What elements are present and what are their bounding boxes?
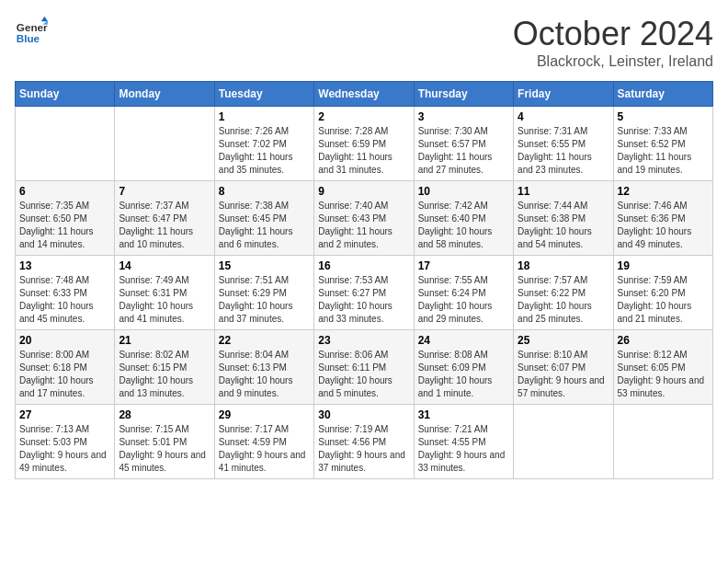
calendar-week-2: 6Sunrise: 7:35 AM Sunset: 6:50 PM Daylig… <box>16 181 713 256</box>
day-number: 27 <box>19 408 110 421</box>
calendar-cell: 12Sunrise: 7:46 AM Sunset: 6:36 PM Dayli… <box>613 181 712 256</box>
day-info: Sunrise: 7:48 AM Sunset: 6:33 PM Dayligh… <box>19 274 110 326</box>
day-number: 18 <box>518 259 609 272</box>
month-title: October 2024 <box>513 15 713 53</box>
weekday-header-saturday: Saturday <box>613 82 712 107</box>
calendar-cell: 27Sunrise: 7:13 AM Sunset: 5:03 PM Dayli… <box>16 405 115 479</box>
calendar-cell: 19Sunrise: 7:59 AM Sunset: 6:20 PM Dayli… <box>613 256 712 330</box>
calendar-cell: 7Sunrise: 7:37 AM Sunset: 6:47 PM Daylig… <box>115 181 214 256</box>
calendar-cell <box>16 107 115 181</box>
calendar-cell: 28Sunrise: 7:15 AM Sunset: 5:01 PM Dayli… <box>115 405 214 479</box>
day-number: 28 <box>119 408 210 421</box>
day-info: Sunrise: 7:57 AM Sunset: 6:22 PM Dayligh… <box>518 274 609 326</box>
day-number: 16 <box>318 259 409 272</box>
logo: General Blue <box>15 15 51 48</box>
calendar-cell <box>613 405 712 479</box>
location-subtitle: Blackrock, Leinster, Ireland <box>513 53 713 70</box>
calendar-cell: 30Sunrise: 7:19 AM Sunset: 4:56 PM Dayli… <box>314 405 414 479</box>
day-number: 9 <box>318 185 409 198</box>
day-number: 5 <box>618 110 709 123</box>
weekday-header-wednesday: Wednesday <box>314 82 414 107</box>
day-info: Sunrise: 7:46 AM Sunset: 6:36 PM Dayligh… <box>618 200 709 251</box>
day-number: 12 <box>618 185 709 198</box>
day-info: Sunrise: 8:12 AM Sunset: 6:05 PM Dayligh… <box>618 349 709 400</box>
calendar-cell: 5Sunrise: 7:33 AM Sunset: 6:52 PM Daylig… <box>613 107 712 181</box>
day-info: Sunrise: 7:28 AM Sunset: 6:59 PM Dayligh… <box>318 125 409 177</box>
calendar-cell: 17Sunrise: 7:55 AM Sunset: 6:24 PM Dayli… <box>414 256 513 330</box>
calendar-cell: 31Sunrise: 7:21 AM Sunset: 4:55 PM Dayli… <box>414 405 513 479</box>
day-number: 17 <box>418 259 509 272</box>
day-number: 8 <box>219 185 310 198</box>
calendar-cell: 8Sunrise: 7:38 AM Sunset: 6:45 PM Daylig… <box>214 181 313 256</box>
calendar-cell: 22Sunrise: 8:04 AM Sunset: 6:13 PM Dayli… <box>214 330 313 405</box>
calendar-cell: 9Sunrise: 7:40 AM Sunset: 6:43 PM Daylig… <box>314 181 414 256</box>
calendar-cell: 11Sunrise: 7:44 AM Sunset: 6:38 PM Dayli… <box>514 181 613 256</box>
weekday-header-row: SundayMondayTuesdayWednesdayThursdayFrid… <box>16 82 713 107</box>
svg-text:Blue: Blue <box>17 32 40 44</box>
day-info: Sunrise: 8:08 AM Sunset: 6:09 PM Dayligh… <box>418 349 509 400</box>
day-number: 4 <box>518 110 609 123</box>
day-info: Sunrise: 7:19 AM Sunset: 4:56 PM Dayligh… <box>318 423 409 475</box>
day-info: Sunrise: 8:10 AM Sunset: 6:07 PM Dayligh… <box>518 349 609 400</box>
day-info: Sunrise: 7:55 AM Sunset: 6:24 PM Dayligh… <box>418 274 509 326</box>
calendar-table: SundayMondayTuesdayWednesdayThursdayFrid… <box>15 81 713 479</box>
day-info: Sunrise: 7:51 AM Sunset: 6:29 PM Dayligh… <box>219 274 310 326</box>
calendar-cell: 2Sunrise: 7:28 AM Sunset: 6:59 PM Daylig… <box>314 107 414 181</box>
day-number: 31 <box>418 408 509 421</box>
day-number: 7 <box>119 185 210 198</box>
calendar-body: 1Sunrise: 7:26 AM Sunset: 7:02 PM Daylig… <box>16 107 713 479</box>
day-info: Sunrise: 7:59 AM Sunset: 6:20 PM Dayligh… <box>618 274 709 326</box>
day-info: Sunrise: 7:30 AM Sunset: 6:57 PM Dayligh… <box>418 125 509 177</box>
day-number: 30 <box>318 408 409 421</box>
day-number: 11 <box>518 185 609 198</box>
calendar-week-4: 20Sunrise: 8:00 AM Sunset: 6:18 PM Dayli… <box>16 330 713 405</box>
day-info: Sunrise: 7:33 AM Sunset: 6:52 PM Dayligh… <box>618 125 709 177</box>
calendar-cell: 3Sunrise: 7:30 AM Sunset: 6:57 PM Daylig… <box>414 107 513 181</box>
day-info: Sunrise: 7:31 AM Sunset: 6:55 PM Dayligh… <box>518 125 609 177</box>
logo-icon: General Blue <box>15 15 48 48</box>
day-info: Sunrise: 7:13 AM Sunset: 5:03 PM Dayligh… <box>19 423 110 475</box>
calendar-week-5: 27Sunrise: 7:13 AM Sunset: 5:03 PM Dayli… <box>16 405 713 479</box>
day-number: 23 <box>318 334 409 347</box>
calendar-cell: 21Sunrise: 8:02 AM Sunset: 6:15 PM Dayli… <box>115 330 214 405</box>
day-info: Sunrise: 8:02 AM Sunset: 6:15 PM Dayligh… <box>119 349 210 400</box>
day-number: 24 <box>418 334 509 347</box>
day-info: Sunrise: 7:42 AM Sunset: 6:40 PM Dayligh… <box>418 200 509 251</box>
day-info: Sunrise: 7:38 AM Sunset: 6:45 PM Dayligh… <box>219 200 310 251</box>
day-number: 2 <box>318 110 409 123</box>
day-info: Sunrise: 7:15 AM Sunset: 5:01 PM Dayligh… <box>119 423 210 475</box>
day-info: Sunrise: 7:21 AM Sunset: 4:55 PM Dayligh… <box>418 423 509 475</box>
day-info: Sunrise: 7:35 AM Sunset: 6:50 PM Dayligh… <box>19 200 110 251</box>
svg-marker-2 <box>41 17 48 21</box>
weekday-header-thursday: Thursday <box>414 82 513 107</box>
calendar-cell: 29Sunrise: 7:17 AM Sunset: 4:59 PM Dayli… <box>214 405 313 479</box>
day-info: Sunrise: 7:49 AM Sunset: 6:31 PM Dayligh… <box>119 274 210 326</box>
day-number: 22 <box>219 334 310 347</box>
day-number: 25 <box>518 334 609 347</box>
calendar-cell: 25Sunrise: 8:10 AM Sunset: 6:07 PM Dayli… <box>514 330 613 405</box>
calendar-cell: 15Sunrise: 7:51 AM Sunset: 6:29 PM Dayli… <box>214 256 313 330</box>
day-number: 15 <box>219 259 310 272</box>
calendar-cell: 23Sunrise: 8:06 AM Sunset: 6:11 PM Dayli… <box>314 330 414 405</box>
day-number: 3 <box>418 110 509 123</box>
weekday-header-tuesday: Tuesday <box>214 82 313 107</box>
day-number: 20 <box>19 334 110 347</box>
day-number: 29 <box>219 408 310 421</box>
calendar-cell: 10Sunrise: 7:42 AM Sunset: 6:40 PM Dayli… <box>414 181 513 256</box>
day-number: 13 <box>19 259 110 272</box>
day-info: Sunrise: 8:00 AM Sunset: 6:18 PM Dayligh… <box>19 349 110 400</box>
calendar-cell: 4Sunrise: 7:31 AM Sunset: 6:55 PM Daylig… <box>514 107 613 181</box>
calendar-header: SundayMondayTuesdayWednesdayThursdayFrid… <box>16 82 713 107</box>
title-block: October 2024 Blackrock, Leinster, Irelan… <box>513 15 713 70</box>
day-number: 10 <box>418 185 509 198</box>
day-number: 6 <box>19 185 110 198</box>
calendar-cell: 24Sunrise: 8:08 AM Sunset: 6:09 PM Dayli… <box>414 330 513 405</box>
calendar-cell: 18Sunrise: 7:57 AM Sunset: 6:22 PM Dayli… <box>514 256 613 330</box>
day-info: Sunrise: 7:53 AM Sunset: 6:27 PM Dayligh… <box>318 274 409 326</box>
day-number: 19 <box>618 259 709 272</box>
day-info: Sunrise: 7:40 AM Sunset: 6:43 PM Dayligh… <box>318 200 409 251</box>
page-header: General Blue October 2024 Blackrock, Lei… <box>15 15 713 70</box>
day-number: 26 <box>618 334 709 347</box>
day-info: Sunrise: 8:06 AM Sunset: 6:11 PM Dayligh… <box>318 349 409 400</box>
calendar-cell: 13Sunrise: 7:48 AM Sunset: 6:33 PM Dayli… <box>16 256 115 330</box>
